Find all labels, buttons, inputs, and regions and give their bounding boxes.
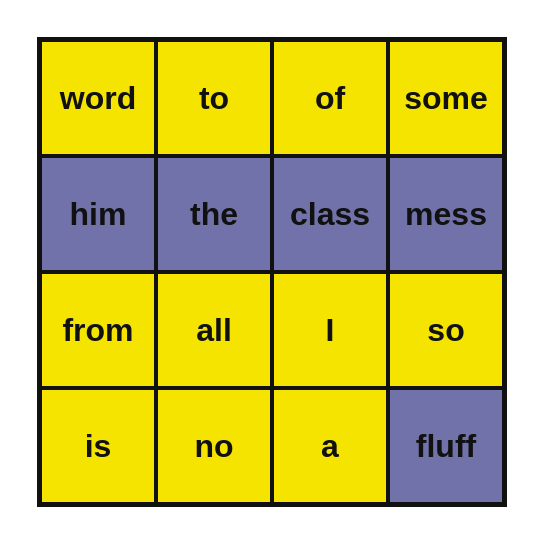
cell-r0c1[interactable]: to bbox=[156, 40, 272, 156]
cell-r1c0[interactable]: him bbox=[40, 156, 156, 272]
cell-r1c3[interactable]: mess bbox=[388, 156, 504, 272]
cell-r3c3[interactable]: fluff bbox=[388, 388, 504, 504]
cell-r2c3[interactable]: so bbox=[388, 272, 504, 388]
cell-r3c2[interactable]: a bbox=[272, 388, 388, 504]
cell-r2c1[interactable]: all bbox=[156, 272, 272, 388]
cell-r2c0[interactable]: from bbox=[40, 272, 156, 388]
cell-r0c3[interactable]: some bbox=[388, 40, 504, 156]
cell-r3c1[interactable]: no bbox=[156, 388, 272, 504]
cell-r1c2[interactable]: class bbox=[272, 156, 388, 272]
cell-r0c2[interactable]: of bbox=[272, 40, 388, 156]
cell-r0c0[interactable]: word bbox=[40, 40, 156, 156]
cell-r2c2[interactable]: I bbox=[272, 272, 388, 388]
word-grid: wordtoofsomehimtheclassmessfromallIsoisn… bbox=[37, 37, 507, 507]
cell-r1c1[interactable]: the bbox=[156, 156, 272, 272]
cell-r3c0[interactable]: is bbox=[40, 388, 156, 504]
